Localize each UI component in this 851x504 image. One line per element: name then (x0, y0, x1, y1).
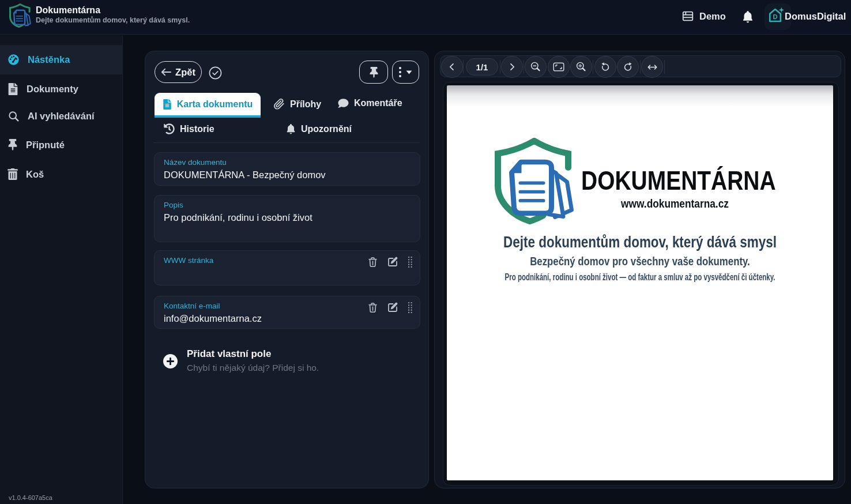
svg-text:D: D (773, 13, 777, 20)
